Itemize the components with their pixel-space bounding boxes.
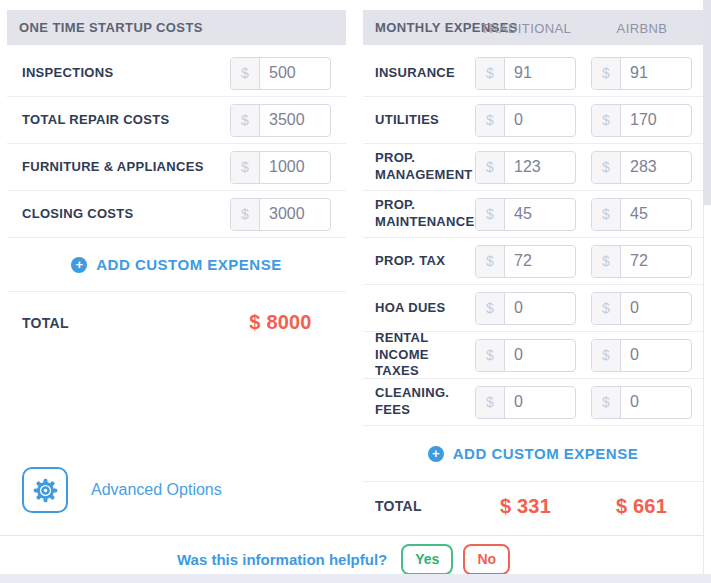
prop-maintenance-traditional-input[interactable] (505, 199, 575, 230)
table-row: PROP. MAINTENANCE $ $ (363, 191, 703, 238)
currency-prefix: $ (592, 387, 621, 418)
row-label: TOTAL REPAIR COSTS (22, 112, 169, 129)
add-custom-expense-startup[interactable]: + ADD CUSTOM EXPENSE (7, 238, 346, 292)
currency-prefix: $ (476, 340, 505, 371)
row-label: RENTAL INCOME TAXES (375, 330, 475, 381)
prop-maintenance-airbnb-input[interactable] (621, 199, 691, 230)
currency-prefix: $ (476, 58, 505, 89)
gear-icon (32, 477, 59, 504)
row-label: PROP. MANAGEMENT (375, 150, 475, 184)
startup-costs-title: ONE TIME STARTUP COSTS (19, 20, 203, 35)
currency-prefix: $ (231, 105, 260, 136)
closing-costs-input-group: $ (230, 198, 331, 231)
inspections-input-group: $ (230, 57, 331, 90)
table-row: UTILITIES $ $ (363, 97, 703, 144)
total-label: TOTAL (375, 498, 475, 514)
prop-management-airbnb-input[interactable] (621, 152, 691, 183)
prop-maintenance-airbnb-input-group: $ (591, 198, 692, 231)
rental-income-taxes-airbnb-input-group: $ (591, 339, 692, 372)
currency-prefix: $ (476, 293, 505, 324)
rental-income-taxes-traditional-input[interactable] (505, 340, 575, 371)
cleaning-fees-traditional-input-group: $ (475, 386, 576, 419)
column-header-traditional: TRADITIONAL (481, 21, 571, 36)
currency-prefix: $ (592, 246, 621, 277)
table-row: CLEANING. FEES $ $ (363, 379, 703, 426)
row-label: HOA DUES (375, 300, 475, 317)
monthly-expenses-panel: MONTHLY EXPENSES TRADITIONAL AIRBNB INSU… (363, 10, 703, 530)
utilities-traditional-input[interactable] (505, 105, 575, 136)
table-row: TOTAL REPAIR COSTS $ (7, 97, 346, 144)
hoa-dues-traditional-input[interactable] (505, 293, 575, 324)
prop-management-traditional-input[interactable] (505, 152, 575, 183)
currency-prefix: $ (592, 58, 621, 89)
total-label: TOTAL (22, 315, 230, 331)
row-label: PROP. TAX (375, 253, 475, 270)
closing-costs-input[interactable] (260, 199, 330, 230)
hoa-dues-airbnb-input[interactable] (621, 293, 691, 324)
startup-total-value: $ 8000 (230, 311, 331, 334)
utilities-airbnb-input-group: $ (591, 104, 692, 137)
furniture-appliances-input-group: $ (230, 151, 331, 184)
scrollbar-track[interactable] (703, 0, 711, 583)
prop-tax-traditional-input[interactable] (505, 246, 575, 277)
startup-total-row: TOTAL $ 8000 (7, 292, 346, 353)
currency-prefix: $ (231, 152, 260, 183)
currency-prefix: $ (231, 58, 260, 89)
startup-costs-panel: ONE TIME STARTUP COSTS INSPECTIONS $ TOT… (7, 10, 346, 353)
monthly-expenses-body: INSURANCE $ $ UTILITIES $ $ (363, 45, 703, 530)
currency-prefix: $ (592, 105, 621, 136)
currency-prefix: $ (231, 199, 260, 230)
utilities-airbnb-input[interactable] (621, 105, 691, 136)
column-header-airbnb: AIRBNB (617, 21, 668, 36)
insurance-airbnb-input[interactable] (621, 58, 691, 89)
rental-income-taxes-airbnb-input[interactable] (621, 340, 691, 371)
add-custom-expense-monthly[interactable]: + ADD CUSTOM EXPENSE (363, 426, 703, 482)
hoa-dues-airbnb-input-group: $ (591, 292, 692, 325)
startup-costs-body: INSPECTIONS $ TOTAL REPAIR COSTS $ FURNI… (7, 45, 346, 353)
cleaning-fees-airbnb-input[interactable] (621, 387, 691, 418)
insurance-traditional-input[interactable] (505, 58, 575, 89)
startup-costs-header: ONE TIME STARTUP COSTS (7, 10, 346, 45)
cleaning-fees-airbnb-input-group: $ (591, 386, 692, 419)
monthly-total-row: TOTAL $ 331 $ 661 (363, 482, 703, 530)
currency-prefix: $ (476, 105, 505, 136)
row-label: CLEANING. FEES (375, 385, 475, 419)
prop-tax-airbnb-input[interactable] (621, 246, 691, 277)
row-label: INSPECTIONS (22, 65, 113, 82)
feedback-yes-button[interactable]: Yes (401, 544, 453, 575)
row-label: CLOSING COSTS (22, 206, 134, 223)
scrollbar-thumb[interactable] (703, 0, 711, 205)
currency-prefix: $ (592, 293, 621, 324)
monthly-total-airbnb: $ 661 (591, 495, 692, 518)
insurance-airbnb-input-group: $ (591, 57, 692, 90)
feedback-no-button[interactable]: No (463, 544, 510, 575)
total-repair-costs-input[interactable] (260, 105, 330, 136)
table-row: PROP. MANAGEMENT $ $ (363, 144, 703, 191)
currency-prefix: $ (592, 152, 621, 183)
table-row: INSURANCE $ $ (363, 50, 703, 97)
monthly-total-traditional: $ 331 (475, 495, 576, 518)
table-row: RENTAL INCOME TAXES $ $ (363, 332, 703, 379)
prop-tax-airbnb-input-group: $ (591, 245, 692, 278)
cleaning-fees-traditional-input[interactable] (505, 387, 575, 418)
advanced-options-label[interactable]: Advanced Options (91, 481, 222, 499)
table-row: FURNITURE & APPLIANCES $ (7, 144, 346, 191)
row-label: PROP. MAINTENANCE (375, 197, 475, 231)
currency-prefix: $ (476, 387, 505, 418)
add-custom-expense-label: ADD CUSTOM EXPENSE (96, 256, 281, 273)
prop-maintenance-traditional-input-group: $ (475, 198, 576, 231)
advanced-options-button[interactable] (22, 467, 68, 513)
furniture-appliances-input[interactable] (260, 152, 330, 183)
currency-prefix: $ (476, 152, 505, 183)
table-row: PROP. TAX $ $ (363, 238, 703, 285)
expense-calculator: ONE TIME STARTUP COSTS INSPECTIONS $ TOT… (0, 0, 711, 583)
utilities-traditional-input-group: $ (475, 104, 576, 137)
monthly-expenses-header: MONTHLY EXPENSES TRADITIONAL AIRBNB (363, 10, 703, 45)
prop-management-traditional-input-group: $ (475, 151, 576, 184)
inspections-input[interactable] (260, 58, 330, 89)
table-row: INSPECTIONS $ (7, 50, 346, 97)
feedback-question: Was this information helpful? (177, 551, 387, 568)
currency-prefix: $ (476, 199, 505, 230)
total-repair-costs-input-group: $ (230, 104, 331, 137)
table-row: CLOSING COSTS $ (7, 191, 346, 238)
